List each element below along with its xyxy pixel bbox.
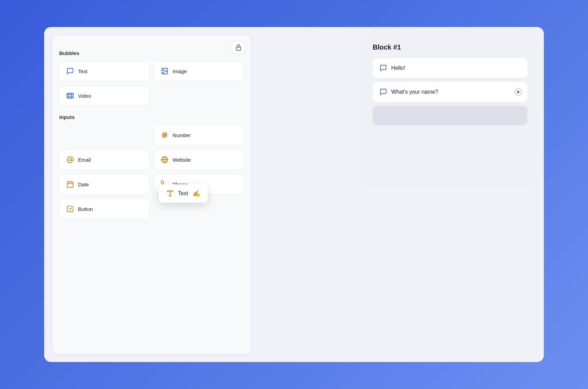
svg-rect-3	[67, 93, 73, 98]
globe-icon	[161, 156, 168, 163]
bubbles-grid: Text Image Video	[59, 61, 244, 106]
radio-button[interactable]	[514, 88, 522, 96]
block-chat-icon-1	[380, 64, 387, 72]
lock-button[interactable]	[232, 41, 245, 54]
block-item-whats-name[interactable]: What's your name?	[373, 82, 527, 102]
input-date-label: Date	[78, 182, 89, 187]
right-panel: Block #1 Hello! What's your name?	[259, 27, 544, 362]
input-date-card[interactable]: Date	[59, 174, 150, 194]
image-icon	[161, 67, 168, 75]
input-number-card[interactable]: Number	[154, 125, 244, 145]
at-icon	[66, 156, 74, 163]
block-panel: Block #1 Hello! What's your name?	[365, 35, 536, 186]
lock-icon	[235, 44, 242, 51]
inputs-grid: Number Email Website	[59, 125, 244, 219]
input-website-label: Website	[172, 157, 191, 163]
svg-line-10	[163, 132, 164, 138]
bubble-text-label: Text	[78, 68, 88, 74]
svg-point-12	[69, 158, 71, 161]
left-panel: Bubbles Text Image	[52, 35, 251, 354]
svg-rect-0	[237, 47, 241, 50]
block-chat-icon-2	[380, 88, 387, 96]
drag-tooltip: Text ✍	[159, 184, 208, 203]
block-placeholder	[373, 106, 527, 125]
calendar-icon	[66, 180, 74, 188]
block-title: Block #1	[373, 43, 527, 51]
drag-tooltip-label: Text	[178, 190, 188, 197]
svg-point-2	[163, 69, 164, 70]
t-icon	[166, 190, 174, 197]
cursor-icon: ✍	[193, 190, 200, 197]
input-email-label: Email	[78, 157, 91, 163]
bubble-text-card[interactable]: Text	[59, 61, 150, 81]
video-icon	[66, 92, 74, 99]
input-email-card[interactable]: Email	[59, 149, 150, 170]
block-whats-name-label: What's your name?	[391, 89, 438, 95]
svg-rect-15	[67, 182, 73, 188]
app-container: Bubbles Text Image	[44, 27, 544, 362]
block-hello-label: Hello!	[391, 65, 405, 71]
block-item-hello[interactable]: Hello!	[373, 58, 527, 78]
input-button-card[interactable]: Button	[59, 199, 150, 219]
svg-line-11	[165, 132, 166, 138]
bubble-video-card[interactable]: Video	[59, 85, 150, 106]
input-number-label: Number	[172, 132, 191, 138]
hash-icon	[161, 131, 168, 139]
chat-bubble-icon	[66, 67, 74, 75]
input-website-card[interactable]: Website	[154, 149, 244, 170]
bubble-image-card[interactable]: Image	[154, 61, 244, 81]
inputs-section-label: Inputs	[59, 114, 244, 120]
bubble-image-label: Image	[172, 68, 187, 74]
bubbles-section-label: Bubbles	[59, 50, 244, 56]
checkbox-icon	[66, 205, 74, 213]
bubble-video-label: Video	[78, 93, 91, 99]
input-button-label: Button	[78, 206, 93, 212]
